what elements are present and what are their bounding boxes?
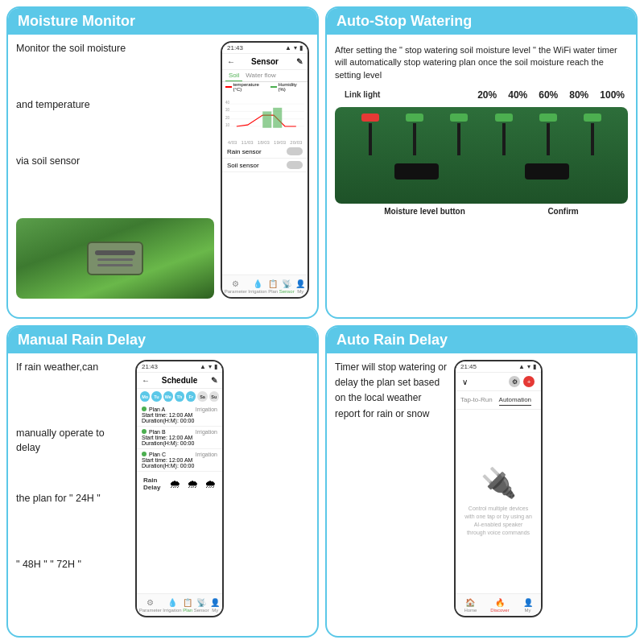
wifi-icon3: ▾ xyxy=(527,363,530,370)
rain-delay-72h[interactable]: 🌧 xyxy=(204,477,216,490)
day-fri[interactable]: Fr xyxy=(186,391,196,402)
back-arrow-icon[interactable]: ← xyxy=(227,57,235,66)
auto-nav-my[interactable]: 👤 My xyxy=(523,597,533,613)
auto-rain-body: Timer will stop watering or delay the pl… xyxy=(335,360,628,617)
auto-nav-home[interactable]: 🏠 Home xyxy=(464,597,477,613)
indicator-60 xyxy=(495,114,513,155)
signal-icon2: ▲ xyxy=(200,363,206,370)
bar-100 xyxy=(591,123,594,155)
soil-sensor-image xyxy=(16,218,214,299)
automation-empty-state: 🔌 Control multiple devices with one tap … xyxy=(456,410,541,593)
legend-temp-line xyxy=(225,86,232,88)
sched-nav-irrigation[interactable]: 💧 Irrigation xyxy=(163,597,181,613)
schedule-back-arrow[interactable]: ← xyxy=(142,376,150,385)
wifi-icon2: ▾ xyxy=(208,363,212,370)
schedule-edit-icon[interactable]: ✎ xyxy=(211,376,217,385)
bar-80 xyxy=(547,123,550,155)
rain-delay-24h[interactable]: 🌧 xyxy=(169,477,180,490)
auto-header-back[interactable]: ∨ xyxy=(462,378,468,386)
sensor-phone: 21:43 ▲ ▾ ▮ ← Sensor ✎ Soil xyxy=(221,41,309,299)
legend-humidity: Humidity (%) xyxy=(270,82,304,92)
nav-my-label: My xyxy=(297,289,303,294)
svg-text:20: 20 xyxy=(225,116,230,120)
automation-phone-nav: 🏠 Home 🔥 Discover 👤 My xyxy=(456,593,541,616)
auto-status-icons: ▲ ▾ ▮ xyxy=(518,363,536,370)
day-sun[interactable]: Su xyxy=(209,391,219,402)
pct-40: 40% xyxy=(508,89,527,101)
auto-nav-discover[interactable]: 🔥 Discover xyxy=(490,597,509,613)
indicator-80 xyxy=(539,114,557,155)
day-tue[interactable]: Tu xyxy=(151,391,161,402)
battery-icon2: ▮ xyxy=(214,363,217,370)
tab-soil[interactable]: Soil xyxy=(225,70,242,81)
nav-my[interactable]: 👤 My xyxy=(295,279,305,294)
svg-text:10: 10 xyxy=(225,123,230,127)
sensor-phone-title: Sensor xyxy=(251,57,279,66)
auto-stop-card: Auto-Stop Watering After setting the " s… xyxy=(325,6,638,319)
sched-nav-my[interactable]: 👤 My xyxy=(210,597,220,613)
auto-my-icon: 👤 xyxy=(523,597,533,607)
auto-rain-left: Timer will stop watering or delay the pl… xyxy=(335,360,448,617)
soil-sensor-toggle[interactable] xyxy=(287,161,303,169)
auto-phone-header: ∨ ⚙ + xyxy=(456,373,541,391)
sched-my-icon: 👤 xyxy=(210,597,220,607)
auto-rain-desc: Timer will stop watering or delay the pl… xyxy=(335,360,448,617)
day-wed[interactable]: We xyxy=(163,391,173,402)
moisture-btn-right[interactable] xyxy=(525,163,569,180)
sensor-mid xyxy=(97,258,133,261)
rain-sensor-label: Rain sensor xyxy=(227,148,262,155)
rain-delay-48h[interactable]: 🌧 xyxy=(187,477,198,490)
legend-temperature: temperature (°C) xyxy=(225,82,267,92)
tab-water-flow[interactable]: Water flow xyxy=(242,70,279,81)
sched-param-icon: ⚙ xyxy=(146,597,155,607)
nav-parameter[interactable]: ⚙ Parameter xyxy=(225,279,247,294)
sensor-phone-header: ← Sensor ✎ xyxy=(222,54,308,70)
settings-icon-circle[interactable]: ⚙ xyxy=(509,376,520,387)
sched-nav-irr-label: Irrigation xyxy=(163,608,181,613)
auto-nav-my-label: My xyxy=(525,608,531,613)
nav-irrigation[interactable]: 💧 Irrigation xyxy=(248,279,266,294)
indicator-20 xyxy=(406,114,423,155)
edit-icon[interactable]: ✎ xyxy=(296,57,303,66)
plan-a: Plan A Irrigation Start time: 12:00 AM D… xyxy=(137,404,222,427)
schedule-phone-nav: ⚙ Parameter 💧 Irrigation 📋 Plan 📡 xyxy=(137,593,222,616)
moisture-monitor-desc2: and temperature xyxy=(16,97,214,154)
add-icon-circle[interactable]: + xyxy=(523,376,535,387)
auto-header-icons: ⚙ + xyxy=(509,376,535,387)
moisture-monitor-card: Moisture Monitor Monitor the soil moistu… xyxy=(6,6,319,319)
moisture-level-label: Moisture level button xyxy=(384,207,465,216)
sched-nav-plan[interactable]: 📋 Plan xyxy=(183,597,192,613)
day-sat[interactable]: Sa xyxy=(197,391,207,402)
bar-link xyxy=(369,123,372,155)
manual-rain-title-bar: Manual Rain Delay xyxy=(8,327,317,353)
nav-sensor[interactable]: 📡 Sensor xyxy=(279,279,295,294)
sensor-icon: 📡 xyxy=(282,279,291,288)
wifi-icon: ▾ xyxy=(294,44,297,52)
led-100 xyxy=(584,114,601,122)
schedule-status-bar: 21:43 ▲ ▾ ▮ xyxy=(137,361,222,373)
nav-plan[interactable]: 📋 Plan xyxy=(268,279,278,294)
rain-sensor-toggle[interactable] xyxy=(287,147,303,155)
auto-status-bar: 21:45 ▲ ▾ ▮ xyxy=(456,361,541,373)
plan-c-duration: Duration(H:M): 00:00 xyxy=(142,463,217,469)
indicator-link xyxy=(361,114,379,155)
plan-c-start: Start time: 12:00 AM xyxy=(142,457,217,463)
automation-empty-desc: Control multiple devices with one tap or… xyxy=(464,505,533,536)
led-20 xyxy=(406,114,423,122)
day-thu[interactable]: Th xyxy=(175,391,184,402)
sensor-phone-nav: ⚙ Parameter 💧 Irrigation 📋 Plan 📡 xyxy=(222,275,308,297)
sched-nav-sensor[interactable]: 📡 Sensor xyxy=(194,597,209,613)
battery-icon: ▮ xyxy=(299,44,303,52)
plan-c-header: Plan C Irrigation xyxy=(142,452,217,457)
auto-rain-title: Auto Rain Delay xyxy=(336,332,448,348)
moisture-monitor-left: Monitor the soil moisture and temperatur… xyxy=(16,41,214,299)
tab-tap-to-run[interactable]: Tap-to-Run xyxy=(460,394,493,406)
sensor-chart: 40 30 20 10 xyxy=(225,95,304,137)
day-mon[interactable]: Mo xyxy=(140,391,150,402)
sensor-phone-screen: 21:43 ▲ ▾ ▮ ← Sensor ✎ Soil xyxy=(222,43,308,297)
sched-nav-parameter[interactable]: ⚙ Parameter xyxy=(139,597,162,613)
tab-automation[interactable]: Automation xyxy=(499,394,531,406)
moisture-level-image xyxy=(335,107,628,204)
moisture-btn-left[interactable] xyxy=(394,163,439,180)
manual-rain-desc1: If rain weather,can xyxy=(16,360,129,421)
